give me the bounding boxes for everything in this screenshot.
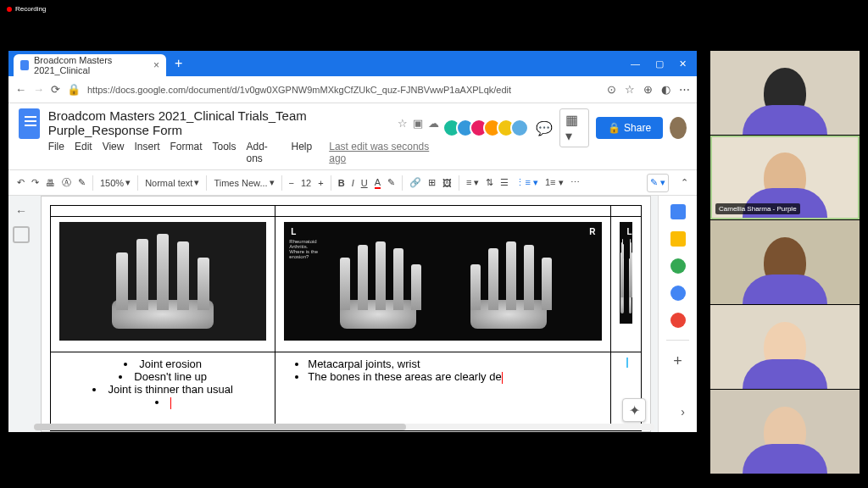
scroll-thumb[interactable] xyxy=(34,424,406,430)
explore-button[interactable]: ✦ xyxy=(622,398,646,422)
xray-image-1 xyxy=(59,222,266,341)
menu-edit[interactable]: Edit xyxy=(75,141,92,164)
menu-tools[interactable]: Tools xyxy=(212,141,236,164)
video-tile-5[interactable] xyxy=(710,390,860,474)
profile-icon[interactable]: ◐ xyxy=(661,83,670,96)
checklist-icon[interactable]: ☰ xyxy=(500,177,509,188)
record-dot-icon xyxy=(7,7,12,12)
style-select[interactable]: Normal text ▾ xyxy=(145,177,199,188)
docs-favicon-icon xyxy=(20,60,29,70)
docs-toolbar: ↶ ↷ 🖶 Ⓐ ✎ 150% ▾ Normal text ▾ Times New… xyxy=(8,170,697,196)
menu-help[interactable]: Help xyxy=(292,141,313,164)
paint-format-icon[interactable]: ✎ xyxy=(78,177,86,188)
share-button[interactable]: 🔒 Share xyxy=(596,117,663,139)
lock-share-icon: 🔒 xyxy=(608,122,620,134)
text-cursor xyxy=(170,397,171,409)
numbered-list-icon[interactable]: 1≡ ▾ xyxy=(545,177,564,188)
video-tile-3[interactable] xyxy=(710,220,860,304)
browser-tab[interactable]: Broadcom Masters 2021_Clinical × xyxy=(14,54,166,76)
font-decrease[interactable]: − xyxy=(289,178,294,188)
comments-icon[interactable]: 💬 xyxy=(536,120,553,136)
video-tile-1[interactable] xyxy=(710,51,860,135)
collaborator-avatar[interactable] xyxy=(510,119,529,137)
bullet-list-icon[interactable]: ⋮≡ ▾ xyxy=(515,177,537,188)
hide-sidepanel-icon[interactable]: › xyxy=(681,405,685,419)
star-icon[interactable]: ☆ xyxy=(398,117,408,130)
doc-title[interactable]: Broadcom Masters 2021_Clinical Trials_Te… xyxy=(48,108,391,137)
italic-icon[interactable]: I xyxy=(352,178,354,188)
new-tab-button[interactable]: + xyxy=(175,56,182,71)
close-icon[interactable]: ✕ xyxy=(679,58,687,69)
menu-view[interactable]: View xyxy=(103,141,125,164)
back-icon[interactable]: ← xyxy=(15,83,26,96)
video-participants-sidebar: Camellia Sharma - Purple xyxy=(710,51,860,474)
maps-icon[interactable] xyxy=(670,313,686,328)
minimize-icon[interactable]: — xyxy=(631,58,640,69)
outline-close-icon[interactable]: ← xyxy=(15,204,27,218)
font-select[interactable]: Times New... ▾ xyxy=(214,177,274,188)
video-tile-4[interactable] xyxy=(710,305,860,389)
forward-icon: → xyxy=(33,83,44,96)
align-icon[interactable]: ≡ ▾ xyxy=(466,177,479,188)
list-item xyxy=(59,396,266,409)
collab-cursor xyxy=(626,358,628,368)
keep-icon[interactable] xyxy=(670,231,686,247)
editing-mode-button[interactable]: ✎ ▾ xyxy=(647,174,669,192)
favorite-icon[interactable]: ☆ xyxy=(625,83,635,96)
menu-insert[interactable]: Insert xyxy=(134,141,159,164)
undo-icon[interactable]: ↶ xyxy=(17,177,25,188)
close-tab-icon[interactable]: × xyxy=(153,59,159,71)
cell-xray-2[interactable]: L R Rheumatoid Arthritis. Where is the e… xyxy=(275,217,611,352)
cell-xray-3[interactable]: L xyxy=(611,217,642,352)
link-icon[interactable]: 🔗 xyxy=(409,177,421,188)
url-field[interactable]: https://docs.google.com/document/d/1v0gw… xyxy=(87,85,600,95)
lock-icon[interactable]: 🔒 xyxy=(67,83,81,96)
more-toolbar-icon[interactable]: ⋯ xyxy=(570,177,580,188)
google-docs-logo-icon[interactable] xyxy=(19,108,40,139)
cell-xray-1[interactable] xyxy=(51,217,275,352)
collaborator-avatars[interactable] xyxy=(448,119,529,137)
menu-icon[interactable]: ⋯ xyxy=(679,83,690,96)
last-edit-link[interactable]: Last edit was seconds ago xyxy=(329,141,439,164)
xray-image-row: L R Rheumatoid Arthritis. Where is the e… xyxy=(51,217,642,352)
user-avatar[interactable] xyxy=(670,117,687,139)
horizontal-scrollbar[interactable] xyxy=(34,424,654,430)
xray-image-3: L xyxy=(620,222,632,324)
list-item: Metacarpal joints, wrist xyxy=(308,358,602,370)
calendar-icon[interactable] xyxy=(670,204,686,219)
zoom-select[interactable]: 150% ▾ xyxy=(100,177,131,188)
redo-icon[interactable]: ↷ xyxy=(31,177,39,188)
maximize-icon[interactable]: ▢ xyxy=(655,58,664,69)
line-spacing-icon[interactable]: ⇅ xyxy=(486,177,493,188)
tasks-icon[interactable] xyxy=(670,258,686,274)
collapse-toolbar-icon[interactable]: ⌃ xyxy=(681,177,688,188)
add-addon-icon[interactable]: + xyxy=(673,352,682,370)
list-item: The bones in these areas are clearly de xyxy=(308,370,602,384)
video-tile-2[interactable]: Camellia Sharma - Purple xyxy=(710,136,860,219)
collections-icon[interactable]: ⊕ xyxy=(643,83,653,96)
reload-icon[interactable]: ⟳ xyxy=(51,83,60,96)
document-page[interactable]: L R Rheumatoid Arthritis. Where is the e… xyxy=(41,196,651,432)
read-aloud-icon[interactable]: ⊙ xyxy=(607,83,616,96)
highlight-icon[interactable]: ✎ xyxy=(387,177,395,188)
menu-format[interactable]: Format xyxy=(170,141,202,164)
bold-icon[interactable]: B xyxy=(338,178,345,188)
outline-icon[interactable] xyxy=(13,226,30,243)
font-increase[interactable]: + xyxy=(318,178,323,188)
spellcheck-icon[interactable]: Ⓐ xyxy=(62,176,71,189)
menu-addons[interactable]: Add-ons xyxy=(247,141,281,164)
font-size[interactable]: 12 xyxy=(301,178,311,188)
list-item: Joint is thinner than usual xyxy=(59,383,266,396)
contacts-icon[interactable] xyxy=(670,286,686,301)
participant-name: Camellia Sharma - Purple xyxy=(715,203,800,214)
image-icon[interactable]: 🖼 xyxy=(442,178,452,188)
cell-text-2[interactable]: Metacarpal joints, wrist The bones in th… xyxy=(275,352,611,431)
menu-file[interactable]: File xyxy=(48,141,64,164)
present-icon[interactable]: ▦ ▾ xyxy=(559,108,589,147)
print-icon[interactable]: 🖶 xyxy=(46,178,55,188)
comment-icon[interactable]: ⊞ xyxy=(428,177,436,188)
underline-icon[interactable]: U xyxy=(361,178,368,188)
text-color-icon[interactable]: A xyxy=(375,177,381,189)
cell-text-1[interactable]: Joint erosion Doesn't line up Joint is t… xyxy=(51,352,275,431)
move-icon[interactable]: ▣ xyxy=(413,117,423,130)
